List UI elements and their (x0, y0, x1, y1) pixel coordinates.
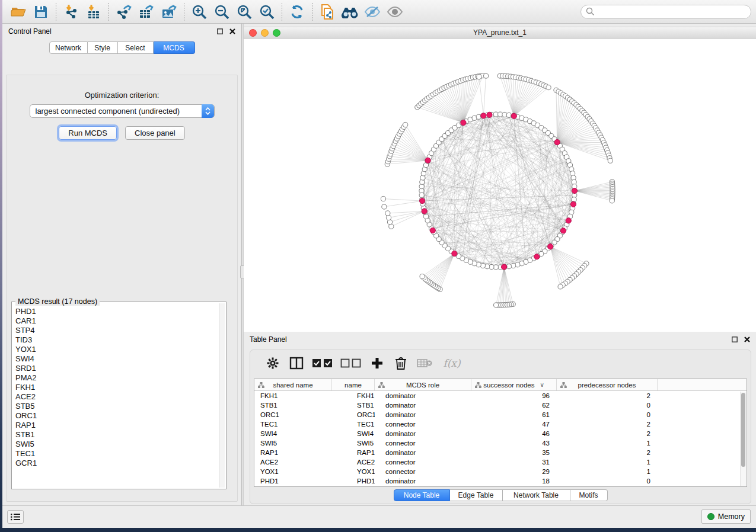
table-row-STB1[interactable]: STB1STB1dominator620 (254, 400, 747, 410)
mcds-tab-panel: Optimization criterion: largest connecte… (6, 75, 238, 502)
delete-column-icon[interactable] (390, 353, 412, 373)
table-row-TEC1[interactable]: TEC1TEC1connector472 (254, 419, 747, 429)
zoom-fit-icon[interactable] (233, 2, 256, 22)
column-header-predecessor-nodes[interactable]: predecessor nodes (557, 379, 658, 390)
hide-selected-icon[interactable] (361, 2, 384, 22)
column-header-shared-name[interactable]: shared name (254, 379, 332, 390)
import-network-icon[interactable] (60, 2, 82, 22)
toolbar-separator (184, 3, 184, 21)
column-header-successor-nodes[interactable]: successor nodes∨ (471, 379, 557, 390)
mcds-result-item[interactable]: TID3 (15, 335, 219, 345)
import-table-icon[interactable] (82, 2, 105, 22)
control-panel-tabs: NetworkStyleSelectMCDS (49, 41, 195, 54)
mcds-list-scrollbar[interactable] (219, 303, 225, 488)
mcds-result-item[interactable]: PMA2 (15, 373, 219, 383)
float-panel-icon[interactable] (216, 28, 223, 35)
table-cell: SWI4 (332, 430, 375, 437)
table-row-PHD1[interactable]: PHD1PHD1dominator180 (254, 476, 747, 486)
mcds-result-list[interactable]: PHD1CAR1STP4TID3YOX1SWI4SRD1PMA2FKH1ACE2… (15, 307, 219, 488)
table-cell: ACE2 (254, 459, 332, 466)
zoom-in-icon[interactable] (188, 2, 210, 22)
table-row-SWI5[interactable]: SWI5SWI5connector431 (254, 438, 747, 448)
mcds-result-item[interactable]: CAR1 (15, 316, 219, 326)
first-neighbors-icon[interactable] (339, 2, 361, 22)
mcds-result-item[interactable]: ORC1 (15, 411, 219, 421)
table-row-YOX1[interactable]: YOX1YOX1connector291 (254, 467, 747, 476)
table-cell: connector (375, 421, 471, 428)
export-table-icon[interactable] (135, 2, 158, 22)
function-builder-icon[interactable]: f(x) (438, 353, 466, 373)
clone-network-icon[interactable] (316, 2, 339, 22)
close-panel-icon[interactable] (229, 28, 235, 35)
table-cell: PHD1 (332, 477, 375, 485)
table-scrollbar-thumb[interactable] (741, 393, 745, 467)
table-scrollbar[interactable] (740, 392, 746, 486)
table-row-SWI4[interactable]: SWI4SWI4dominator462 (254, 429, 747, 438)
node-table-container: f(x) shared namenameMCDS rolesuccessor n… (250, 350, 751, 504)
zoom-selected-icon[interactable] (256, 2, 278, 22)
run-mcds-button[interactable]: Run MCDS (59, 126, 117, 140)
criterion-dropdown[interactable]: largest connected component (undirected) (30, 104, 215, 118)
table-cell: RAP1 (254, 449, 332, 456)
close-table-panel-icon[interactable] (744, 336, 750, 343)
table-cell: 0 (557, 411, 658, 418)
network-title: YPA_prune.txt_1 (244, 28, 756, 37)
tab-motifs[interactable]: Motifs (570, 489, 608, 501)
mcds-result-item[interactable]: SWI4 (15, 354, 219, 364)
tab-edge-table[interactable]: Edge Table (450, 489, 503, 501)
save-session-icon[interactable] (30, 2, 52, 22)
table-cell: TEC1 (254, 421, 332, 428)
mcds-result-item[interactable]: GCR1 (15, 459, 219, 468)
tab-mcds[interactable]: MCDS (154, 41, 195, 54)
add-column-icon[interactable] (366, 353, 388, 373)
search-input[interactable] (580, 5, 751, 19)
float-table-panel-icon[interactable] (731, 336, 738, 343)
mcds-result-item[interactable]: TEC1 (15, 449, 219, 459)
mcds-result-item[interactable]: YOX1 (15, 345, 219, 354)
mcds-result-item[interactable]: SWI5 (15, 440, 219, 449)
mcds-result-item[interactable]: ACE2 (15, 392, 219, 402)
task-history-button[interactable] (7, 510, 24, 524)
open-file-icon[interactable] (7, 2, 30, 22)
table-cell: 62 (471, 402, 557, 409)
zoom-out-icon[interactable] (210, 2, 233, 22)
table-panel-title: Table Panel (250, 335, 287, 344)
table-cell: connector (375, 440, 471, 447)
table-row-RAP1[interactable]: RAP1RAP1dominator352 (254, 448, 747, 457)
table-row-ORC1[interactable]: ORC1ORC1dominator610 (254, 410, 747, 419)
close-panel-button[interactable]: Close panel (125, 126, 185, 140)
export-network-icon[interactable] (113, 2, 135, 22)
mcds-result-item[interactable]: STB5 (15, 402, 219, 411)
mcds-result-item[interactable]: SRD1 (15, 364, 219, 373)
network-canvas[interactable] (244, 39, 756, 332)
deselect-all-icon[interactable] (338, 353, 364, 373)
mcds-result-item[interactable]: RAP1 (15, 421, 219, 430)
tab-select[interactable]: Select (118, 41, 154, 54)
export-image-icon[interactable] (158, 2, 180, 22)
tab-network[interactable]: Network (49, 41, 88, 54)
table-cell: YOX1 (254, 468, 332, 475)
mcds-result-item[interactable]: STB1 (15, 430, 219, 440)
column-header-name[interactable]: name (332, 379, 375, 390)
tab-node-table[interactable]: Node Table (394, 489, 450, 501)
control-panel: Control Panel NetworkStyleSelectMCDS Opt… (2, 24, 241, 505)
mcds-result-item[interactable]: FKH1 (15, 383, 219, 392)
mcds-result-item[interactable]: PHD1 (15, 307, 219, 316)
mcds-result-box: MCDS result (17 nodes) PHD1CAR1STP4TID3Y… (11, 302, 227, 489)
search-icon (586, 7, 595, 16)
table-row-FKH1[interactable]: FKH1FKH1dominator962 (254, 391, 747, 400)
mcds-result-item[interactable]: STP4 (15, 326, 219, 335)
network-title-bar[interactable]: YPA_prune.txt_1 (244, 27, 756, 39)
column-layout-icon[interactable] (286, 353, 307, 373)
table-row-ACE2[interactable]: ACE2ACE2connector311 (254, 457, 747, 467)
tab-network-table[interactable]: Network Table (503, 489, 570, 501)
tab-style[interactable]: Style (88, 41, 118, 54)
table-cell: dominator (375, 477, 471, 485)
refresh-icon[interactable] (286, 2, 308, 22)
column-header-MCDS-role[interactable]: MCDS role (375, 379, 471, 390)
delete-table-icon[interactable] (414, 353, 435, 373)
table-settings-icon[interactable] (262, 353, 283, 373)
select-all-icon[interactable] (310, 353, 336, 373)
show-all-icon[interactable] (384, 2, 406, 22)
memory-button[interactable]: Memory (701, 509, 751, 524)
